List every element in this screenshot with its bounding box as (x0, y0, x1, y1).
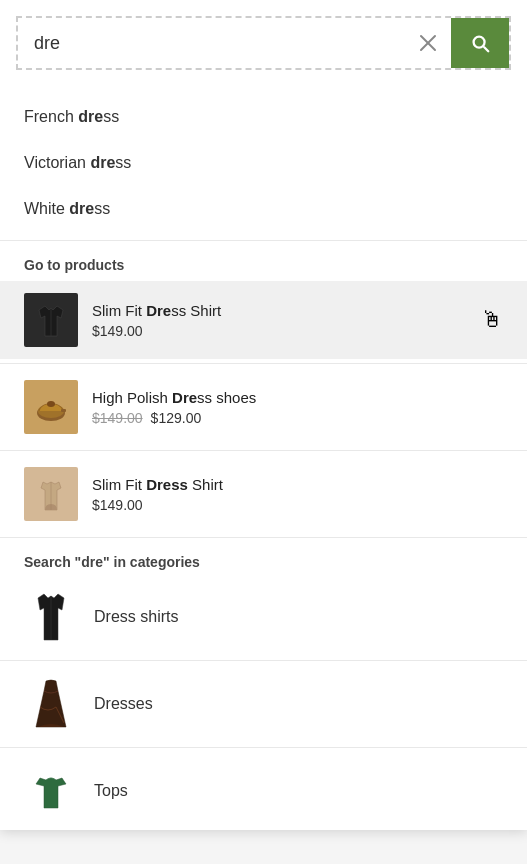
product-item[interactable]: High Polish Dress shoes $149.00 $129.00 (0, 368, 527, 446)
product-thumbnail (24, 467, 78, 521)
category-item[interactable]: Dress shirts (0, 578, 527, 656)
search-bar (16, 16, 511, 70)
category-item[interactable]: Dresses (0, 665, 527, 743)
clear-button[interactable] (405, 24, 451, 62)
category-name: Tops (94, 782, 128, 800)
search-in-categories-label: Search "dre" in categories (0, 542, 527, 578)
product-name: High Polish Dress shoes (92, 389, 503, 406)
product-name: Slim Fit Dress Shirt (92, 476, 503, 493)
suggestion-item[interactable]: French dress (0, 94, 527, 140)
category-thumbnail (24, 590, 78, 644)
price-row: $149.00 (92, 497, 503, 513)
search-input[interactable] (18, 19, 405, 68)
product-info: Slim Fit Dress Shirt $149.00 (92, 476, 503, 513)
product-thumbnail (24, 380, 78, 434)
category-thumbnail (24, 677, 78, 731)
category-item[interactable]: Tops (0, 752, 527, 830)
divider (0, 660, 527, 661)
divider (0, 747, 527, 748)
product-info: High Polish Dress shoes $149.00 $129.00 (92, 389, 503, 426)
divider (0, 240, 527, 241)
product-item[interactable]: Slim Fit Dress Shirt $149.00 (0, 455, 527, 533)
search-button[interactable] (451, 18, 509, 68)
price-row: $149.00 $129.00 (92, 410, 503, 426)
category-name: Dress shirts (94, 608, 178, 626)
divider (0, 450, 527, 451)
category-name: Dresses (94, 695, 153, 713)
category-thumbnail (24, 764, 78, 818)
divider (0, 363, 527, 364)
price-current: $129.00 (151, 410, 202, 426)
price-current: $149.00 (92, 323, 143, 339)
price-current: $149.00 (92, 497, 143, 513)
suggestion-item[interactable]: Victorian dress (0, 140, 527, 186)
product-thumbnail (24, 293, 78, 347)
go-to-products-label: Go to products (0, 245, 527, 281)
search-dropdown: French dress Victorian dress White dress… (0, 0, 527, 830)
suggestion-item[interactable]: White dress (0, 186, 527, 232)
product-name: Slim Fit Dress Shirt (92, 302, 503, 319)
product-item[interactable]: Slim Fit Dress Shirt $149.00 🖱 (0, 281, 527, 359)
divider (0, 537, 527, 538)
price-original: $149.00 (92, 410, 143, 426)
product-info: Slim Fit Dress Shirt $149.00 (92, 302, 503, 339)
svg-rect-6 (61, 409, 66, 412)
suggestions-list: French dress Victorian dress White dress (0, 86, 527, 236)
price-row: $149.00 (92, 323, 503, 339)
svg-point-5 (47, 401, 55, 407)
